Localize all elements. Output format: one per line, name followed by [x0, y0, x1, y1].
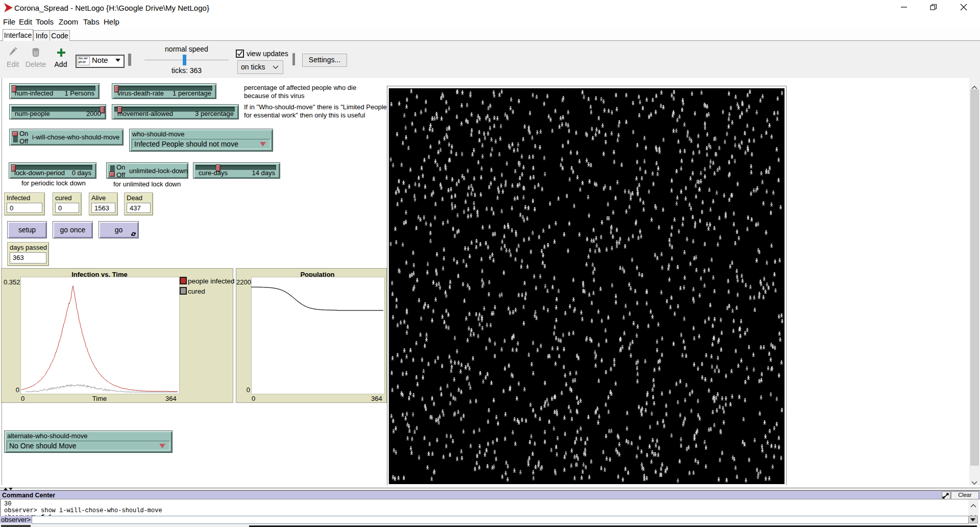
svg-text:ghi jkl: ghi jkl: [79, 61, 86, 63]
svg-text:Abc def: Abc def: [79, 57, 88, 60]
